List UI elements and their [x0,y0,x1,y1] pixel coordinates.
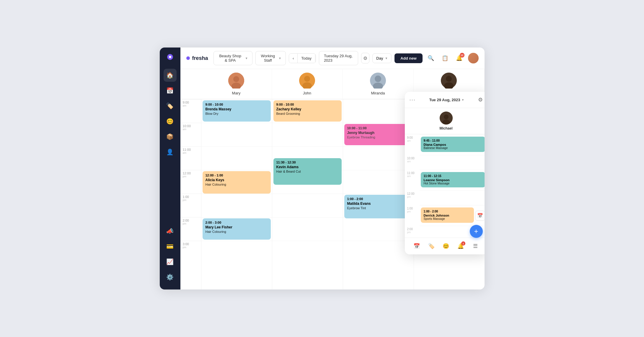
sidebar-item-marketing[interactable]: 📣 [164,225,177,238]
view-chevron-icon: ▼ [385,57,388,60]
mobile-date-chevron-icon: ▼ [461,98,464,102]
location-dropdown[interactable]: Beauty Shop & SPA ▼ [213,51,252,65]
mobile-staff-selector: Michael [405,108,485,134]
sidebar-item-staff[interactable]: 👤 [164,145,177,158]
staff-col-john: 9:00 - 10:00 Zachary Kelley Beard Groomi… [272,99,343,289]
appointment-mary-lee-fisher[interactable]: 2:00 - 3:00 Mary Lee Fisher Hair Colouri… [203,218,271,240]
mobile-panel-header: ··· Tue 29 Aug, 2023 ▼ ⚙ [405,92,485,108]
sidebar-item-payments[interactable]: 💳 [164,240,177,253]
svg-point-3 [233,76,239,82]
staff-name-miranda: Miranda [371,91,385,95]
mobile-apt-leanne[interactable]: 11:00 - 12:15 Leanne Simpson Hot Stone M… [421,172,485,187]
staff-avatar-john [299,73,315,89]
staff-avatar-mary [228,73,244,89]
view-dropdown[interactable]: Day ▼ [372,53,392,63]
next-date-button[interactable]: › [315,54,316,63]
mobile-footer-smile-icon[interactable]: 😊 [441,241,451,251]
sidebar-item-clients[interactable]: 😊 [164,115,177,128]
staff-dropdown[interactable]: Working Staff ▼ [255,51,286,65]
mobile-footer-tags-icon[interactable]: 🏷️ [427,241,436,251]
mobile-time-row-900: 9:00 am 9:45 - 11:00 Diana Campos Baline… [405,134,485,155]
svg-point-1 [169,56,171,58]
mobile-calendar-action-icon[interactable]: 📅 [475,211,485,221]
time-slot-1000: 10:00am [180,123,201,146]
appointment-brenda-massey[interactable]: 9:00 - 10:00 Brenda Massey Blow Dry [203,100,271,122]
staff-avatar-michael [441,73,457,89]
sidebar-item-tags[interactable]: 🏷️ [164,99,177,112]
time-slot-1200: 12:00pm [180,170,201,194]
staff-col-header-miranda: Miranda [343,69,414,99]
user-avatar[interactable] [468,53,479,63]
sidebar: 🏠 📅 🏷️ 😊 📦 👤 📣 💳 📈 ⚙️ [160,48,180,289]
calendar-settings-button[interactable]: ⚙ [361,53,369,63]
current-date: Tuesday 29 Aug, 2023 [319,51,358,65]
staff-col-header-mary: Mary [201,69,272,99]
date-nav: ‹ Today › [289,53,316,63]
search-button[interactable]: 🔍 [425,53,436,63]
today-button[interactable]: Today [297,54,315,63]
mobile-date: Tue 29 Aug, 2023 ▼ [429,98,464,102]
mobile-notification-badge: 1 [461,241,465,246]
time-slot-1400: 2:00pm [180,217,201,241]
staff-chevron-icon: ▼ [278,57,281,60]
location-chevron-icon: ▼ [245,57,248,60]
time-slot-1500: 3:00pm [180,241,201,264]
prev-date-button[interactable]: ‹ [289,54,297,63]
mobile-staff-avatar[interactable] [440,112,453,125]
appointment-alicia-keys[interactable]: 12:00 - 1:00 Alicia Keys Hair Colouring [203,171,271,194]
mobile-panel-footer: 📅 🏷️ 😊 🔔 1 ☰ [405,238,485,254]
time-slot-900: 9:00am [180,99,201,123]
sidebar-item-home[interactable]: 🏠 [164,69,177,82]
appointment-jenny-murtaugh[interactable]: 10:00 - 11:00 Jenny Murtaugh Eyebrow Thr… [344,124,413,145]
time-column-header [180,69,201,99]
sidebar-logo [167,53,174,60]
mobile-panel: ··· Tue 29 Aug, 2023 ▼ ⚙ Michael 9:00 am [405,92,485,254]
staff-col-header-john: John [272,69,343,99]
sidebar-item-products[interactable]: 📦 [164,130,177,143]
mobile-more-icon[interactable]: ··· [410,97,416,103]
sidebar-item-settings[interactable]: ⚙️ [164,271,177,284]
staff-col-miranda: 10:00 - 11:00 Jenny Murtaugh Eyebrow Thr… [343,99,414,289]
notification-badge: 12 [460,53,464,58]
svg-point-9 [375,76,381,82]
mobile-time-row-1000: 10:00 am [405,155,485,170]
mobile-time-row-1300: 1:00 pm 1:00 - 2:00 Derrick Johnson Spor… [405,205,485,226]
sidebar-item-reports[interactable]: 📈 [164,255,177,268]
mobile-apt-diana[interactable]: 9:45 - 11:00 Diana Campos Balinese Massa… [421,137,485,152]
add-new-button[interactable]: Add new [394,53,422,63]
staff-avatar-miranda [370,73,386,89]
mobile-time-row-1200: 12:00 pm [405,190,485,205]
mobile-calendar-content: 9:00 am 9:45 - 11:00 Diana Campos Baline… [405,134,485,238]
time-slot-1300: 1:00pm [180,194,201,217]
staff-col-mary: 9:00 - 10:00 Brenda Massey Blow Dry 12:0… [201,99,272,289]
staff-name-john: John [303,91,311,95]
staff-name-mary: Mary [232,91,241,95]
appointment-matilda-evans[interactable]: 1:00 - 2:00 Matilda Evans Eyebrow Tint [344,195,413,218]
svg-point-15 [444,114,449,119]
notifications-button[interactable]: 🔔 12 [454,53,464,63]
svg-point-12 [446,76,452,82]
appointment-kevin-adams[interactable]: 11:30 - 12:30 Kevin Adams Hair & Beard C… [273,158,342,185]
mobile-footer-menu-icon[interactable]: ☰ [471,241,480,251]
calendar-icon-button[interactable]: 📋 [440,53,450,63]
appointment-zachary-kelley[interactable]: 9:00 - 10:00 Zachary Kelley Beard Groomi… [273,100,342,122]
mobile-time-row-1100: 11:00 am 11:00 - 12:15 Leanne Simpson Ho… [405,170,485,190]
app-logo: fresha [186,55,208,61]
time-column: 9:00am 10:00am 11:00am 12:00pm 1:00pm [180,99,201,289]
mobile-filter-icon[interactable]: ⚙ [478,96,483,103]
svg-point-6 [304,76,310,82]
time-slot-1100: 11:00am [180,146,201,170]
mobile-apt-derrick[interactable]: 1:00 - 2:00 Derrick Johnson Sports Massa… [421,207,474,223]
mobile-footer-bell-icon[interactable]: 🔔 1 [456,241,465,251]
mobile-footer-calendar-icon[interactable]: 📅 [412,241,421,251]
mobile-staff-name: Michael [439,126,452,130]
sidebar-item-calendar[interactable]: 📅 [164,84,177,97]
mobile-add-button[interactable]: + [470,225,483,238]
